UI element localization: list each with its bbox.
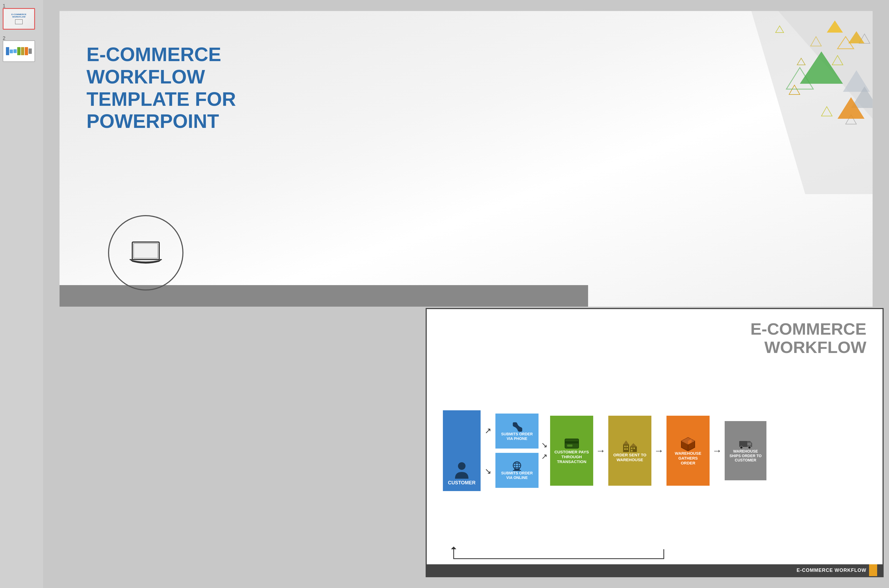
- svg-rect-29: [565, 439, 579, 448]
- svg-rect-47: [739, 441, 747, 447]
- arrow-pays-bot: ↗: [541, 452, 548, 461]
- svg-rect-19: [134, 243, 158, 258]
- person-icon: [454, 461, 470, 480]
- gathers-label: WAREHOUSE GATHERS ORDER: [671, 451, 705, 465]
- title-line1: E-COMMERCE WORKFLOW: [86, 44, 302, 88]
- workflow-title-area: E-COMMERCE WORKFLOW: [750, 320, 866, 357]
- svg-point-49: [740, 446, 743, 449]
- customer-block: CUSTOMER: [443, 410, 481, 491]
- ships-label: WAREHOUSE SHIPS ORDER TO CUSTOMER: [729, 449, 763, 462]
- title-line2: TEMPLATE FOR POWERPOINT: [86, 88, 302, 133]
- laptop-circle-decoration: [108, 215, 184, 291]
- globe-icon: [511, 460, 522, 471]
- arrow-up-right: ↗: [484, 426, 491, 435]
- svg-marker-41: [623, 441, 629, 444]
- slide-1: E-COMMERCE WORKFLOW TEMPLATE FOR POWERPO…: [59, 11, 873, 307]
- warehouse-block: ORDER SENT TO WAREHOUSE: [608, 416, 651, 486]
- workflow-content: E-COMMERCE WORKFLOW CUSTOMER ↗: [427, 309, 883, 576]
- footer-accent: [869, 564, 877, 576]
- svg-rect-34: [626, 446, 628, 447]
- slide-thumbnail-2[interactable]: [3, 40, 35, 62]
- gathers-block: WAREHOUSE GATHERS ORDER: [666, 416, 710, 486]
- arrow-down-right: ↘: [484, 466, 491, 476]
- warehouse-label: ORDER SENT TO WAREHOUSE: [612, 453, 647, 462]
- main-content: E-COMMERCE WORKFLOW TEMPLATE FOR POWERPO…: [43, 0, 889, 588]
- svg-marker-52: [451, 546, 456, 549]
- slide-panel: 1 E-COMMERCEWORKFLOW 2: [0, 0, 43, 588]
- submit-online-box: SUBMITS ORDER VIA ONLINE: [495, 453, 539, 488]
- workflow-title-line1: E-COMMERCE: [750, 320, 866, 338]
- arrow-to-ships: →: [712, 445, 722, 456]
- pays-block: CUSTOMER PAYS THROUGH TRANSACTION: [550, 416, 593, 486]
- arrow-to-gathers: →: [654, 445, 664, 456]
- submit-phone-label: SUBMITS ORDER VIA PHONE: [498, 432, 536, 441]
- arrows-to-pays: ↘ ↗: [541, 413, 548, 488]
- submit-online-label: SUBMITS ORDER VIA ONLINE: [498, 471, 536, 480]
- customer-label: CUSTOMER: [448, 480, 476, 486]
- submit-boxes: SUBMITS ORDER VIA PHONE: [495, 414, 539, 488]
- svg-rect-40: [631, 450, 633, 452]
- laptop-icon: [128, 241, 163, 265]
- svg-point-21: [458, 462, 465, 470]
- slide-title: E-COMMERCE WORKFLOW TEMPLATE FOR POWERPO…: [86, 44, 302, 132]
- workflow-title-line2: WORKFLOW: [750, 338, 866, 357]
- slide-2-workflow: E-COMMERCE WORKFLOW CUSTOMER ↗: [426, 308, 884, 577]
- svg-rect-35: [624, 448, 626, 450]
- svg-rect-31: [567, 444, 572, 447]
- ships-block: WAREHOUSE SHIPS ORDER TO CUSTOMER: [725, 421, 766, 480]
- svg-rect-38: [631, 447, 633, 449]
- svg-point-50: [748, 446, 751, 449]
- slide2-footer: E-COMMERCE WORKFLOW: [427, 564, 883, 576]
- decorative-triangles: [671, 11, 872, 194]
- svg-rect-39: [633, 447, 635, 449]
- building-icon: [623, 439, 638, 453]
- arrow-pays-top: ↘: [541, 441, 548, 449]
- box-icon: [681, 436, 696, 451]
- svg-rect-33: [624, 446, 626, 447]
- truck-icon: [739, 439, 753, 449]
- svg-rect-30: [565, 441, 579, 443]
- workflow-title: E-COMMERCE WORKFLOW: [750, 320, 866, 357]
- footer-text: E-COMMERCE WORKFLOW: [797, 567, 866, 573]
- svg-rect-32: [623, 444, 629, 452]
- flow-diagram: CUSTOMER ↗ ↘ SUBMITS ORDER VIA PHONE: [443, 410, 866, 491]
- svg-rect-51: [747, 442, 751, 445]
- card-icon: [564, 438, 579, 450]
- customer-arrows: ↗ ↘: [484, 410, 491, 491]
- submit-phone-box: SUBMITS ORDER VIA PHONE: [495, 414, 539, 448]
- svg-rect-36: [626, 448, 628, 450]
- return-arrow: [445, 546, 666, 561]
- svg-marker-42: [630, 443, 637, 447]
- slide-thumbnail-1[interactable]: E-COMMERCEWORKFLOW: [3, 8, 35, 30]
- arrow-to-warehouse: →: [596, 445, 606, 456]
- pays-label: CUSTOMER PAYS THROUGH TRANSACTION: [554, 450, 589, 464]
- phone-icon: [511, 421, 522, 432]
